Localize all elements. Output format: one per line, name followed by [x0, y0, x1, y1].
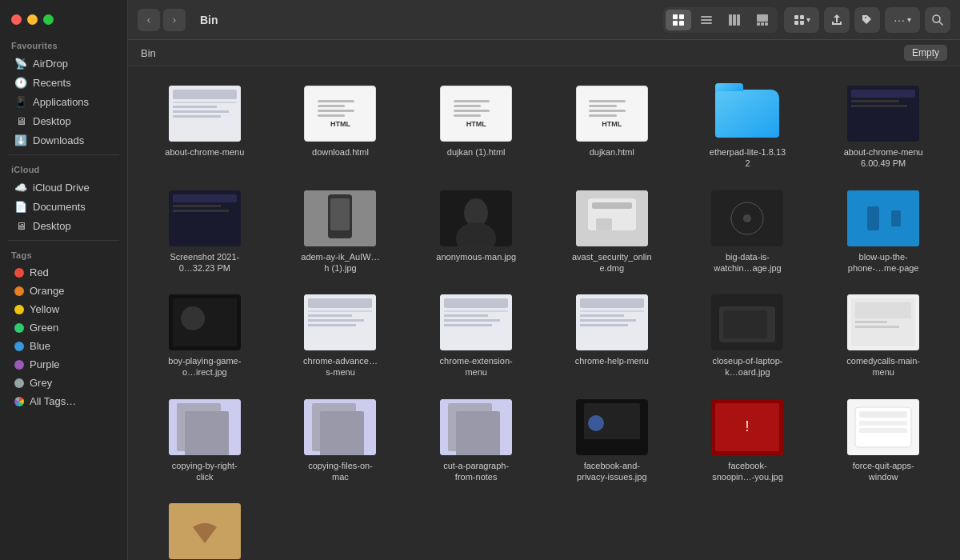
sidebar-item-icloud-drive[interactable]: ☁️ iCloud Drive	[3, 178, 124, 197]
file-item[interactable]: chrome-extension-menu	[412, 288, 540, 385]
file-item[interactable]: HTML download.html	[277, 79, 405, 176]
sidebar-item-documents[interactable]: 📄 Documents	[3, 197, 124, 216]
view-list-button[interactable]	[694, 10, 719, 30]
file-item[interactable]: big-data-is-watchin…age.jpg	[684, 184, 812, 281]
svg-rect-42	[592, 202, 632, 209]
svg-rect-33	[173, 210, 229, 212]
file-item[interactable]: Screenshot 2021-0…32.23 PM	[141, 184, 269, 281]
traffic-lights	[0, 8, 127, 36]
svg-rect-49	[891, 210, 901, 226]
file-name: dujkan.html	[590, 146, 634, 158]
file-item[interactable]: comedycalls-main-menu	[819, 288, 947, 385]
more-button[interactable]: ··· ▾	[885, 7, 920, 33]
svg-rect-4	[701, 16, 712, 18]
file-item[interactable]: anonymous-man.jpg	[412, 184, 540, 281]
file-item[interactable]: about-chrome-menu 6.00.49 PM	[819, 79, 947, 176]
image-thumbnail	[304, 294, 376, 350]
svg-rect-47	[847, 190, 919, 246]
file-item[interactable]: HTML dujkan (1).html	[412, 79, 540, 176]
file-name: copying-by-right-click	[165, 460, 245, 483]
file-item[interactable]: copying-by-right-click	[141, 393, 269, 490]
file-name: adem-ay-ik_AuIW…h (1).jpg	[300, 251, 380, 274]
svg-rect-1	[679, 14, 684, 19]
purple-dot	[14, 360, 24, 370]
file-item[interactable]: free-public-wifi.jpg	[141, 497, 269, 560]
file-item[interactable]: adem-ay-ik_AuIW…h (1).jpg	[277, 184, 405, 281]
bin-header-title: Bin	[141, 47, 156, 59]
view-icon-button[interactable]	[666, 10, 691, 30]
svg-rect-32	[173, 205, 221, 207]
file-item[interactable]: chrome-advance…s-menu	[277, 288, 405, 385]
sidebar-item-recents[interactable]: 🕐 Recents	[3, 73, 124, 92]
sidebar-item-red[interactable]: Red	[3, 263, 124, 282]
svg-rect-48	[867, 206, 879, 230]
svg-rect-97	[859, 421, 907, 426]
svg-rect-54	[308, 298, 372, 308]
svg-rect-76	[855, 302, 911, 318]
file-name: download.html	[312, 146, 369, 158]
file-item[interactable]: about-chrome-menu	[141, 79, 269, 176]
file-item[interactable]: cut-a-paragraph-from-notes	[412, 393, 540, 490]
svg-rect-3	[679, 21, 684, 26]
sidebar-item-orange[interactable]: Orange	[3, 282, 124, 300]
svg-rect-25	[173, 115, 221, 118]
file-item[interactable]: force-quit-apps-window	[819, 393, 947, 490]
recents-icon: 🕐	[14, 76, 27, 89]
image-thumbnail	[440, 294, 512, 350]
tag-button[interactable]	[854, 7, 880, 33]
file-name: Screenshot 2021-0…32.23 PM	[165, 251, 245, 274]
file-item[interactable]: copying-files-on-mac	[277, 393, 405, 490]
search-button[interactable]	[925, 7, 950, 33]
sidebar-item-yellow[interactable]: Yellow	[3, 300, 124, 318]
back-button[interactable]: ‹	[138, 9, 160, 31]
image-thumbnail	[304, 190, 376, 246]
svg-rect-56	[308, 314, 352, 317]
sidebar-item-desktop[interactable]: 🖥 Desktop	[3, 111, 124, 130]
forward-button[interactable]: ›	[163, 9, 186, 31]
svg-rect-84	[320, 411, 364, 455]
svg-text:!: !	[746, 418, 750, 434]
sidebar-item-desktop-icloud[interactable]: 🖥 Desktop	[3, 216, 124, 235]
html-thumbnail: HTML	[304, 86, 376, 142]
sidebar-item-grey[interactable]: Grey	[3, 374, 124, 392]
file-item[interactable]: closeup-of-laptop-k…oard.jpg	[684, 288, 812, 385]
sidebar-item-all-tags[interactable]: All Tags…	[3, 392, 124, 410]
svg-rect-68	[580, 314, 624, 317]
sidebar-item-purple[interactable]: Purple	[3, 355, 124, 374]
file-item[interactable]: boy-playing-game-o…irect.jpg	[141, 288, 269, 385]
maximize-button[interactable]	[43, 14, 54, 25]
desktop-icon: 🖥	[14, 114, 27, 127]
file-item[interactable]: etherpad-lite-1.8.13 2	[684, 79, 812, 176]
close-button[interactable]	[11, 14, 22, 25]
file-name: closeup-of-laptop-k…oard.jpg	[707, 355, 787, 378]
view-gallery-button[interactable]	[750, 10, 775, 30]
file-item[interactable]: facebook-and-privacy-issues.jpg	[548, 393, 676, 490]
svg-rect-23	[173, 106, 217, 108]
svg-rect-73	[723, 310, 767, 338]
minimize-button[interactable]	[27, 14, 38, 25]
file-item[interactable]: blow-up-the-phone-…me-page	[819, 184, 947, 281]
share-button[interactable]	[824, 7, 850, 33]
svg-rect-55	[308, 310, 372, 312]
file-name: big-data-is-watchin…age.jpg	[707, 251, 787, 274]
file-item[interactable]: HTML dujkan.html	[548, 79, 676, 176]
svg-rect-64	[444, 324, 492, 326]
sidebar-item-airdrop[interactable]: 📡 AirDrop	[3, 54, 124, 73]
sidebar-item-blue[interactable]: Blue	[3, 337, 124, 355]
sidebar-item-label: Yellow	[30, 303, 59, 315]
svg-rect-31	[173, 194, 237, 202]
file-name: dujkan (1).html	[447, 146, 506, 158]
sidebar-item-green[interactable]: Green	[3, 318, 124, 337]
sidebar-item-label: Blue	[30, 340, 50, 352]
file-item[interactable]: ! facebook-snoopin…-you.jpg	[684, 393, 812, 490]
svg-rect-21	[173, 90, 237, 99]
group-button[interactable]: ▾	[784, 7, 819, 33]
sidebar-item-downloads[interactable]: ⬇️ Downloads	[3, 130, 124, 150]
view-column-button[interactable]	[722, 10, 747, 30]
sidebar-item-applications[interactable]: 📱 Applications	[3, 92, 124, 111]
desktop-icloud-icon: 🖥	[14, 219, 27, 232]
file-item[interactable]: avast_security_online.dmg	[548, 184, 676, 281]
file-item[interactable]: chrome-help-menu	[548, 288, 676, 385]
svg-point-90	[588, 415, 604, 431]
empty-button[interactable]: Empty	[904, 45, 947, 61]
